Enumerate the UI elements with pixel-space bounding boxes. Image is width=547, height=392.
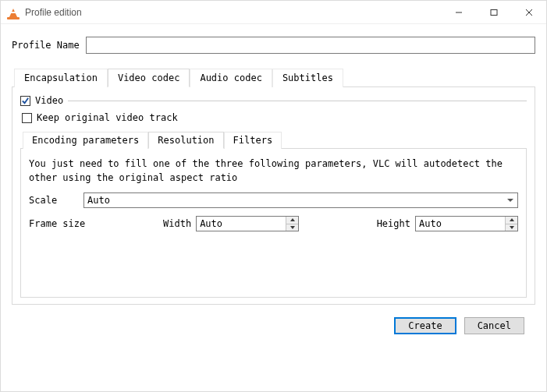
footer: Create Cancel <box>12 305 535 334</box>
frame-size-label: Frame size <box>29 218 163 229</box>
width-group: Width <box>163 216 299 231</box>
scale-row: Scale Auto <box>29 192 518 208</box>
video-checkbox-label: Video <box>35 95 63 106</box>
width-step-down[interactable] <box>286 224 298 231</box>
inner-tabs: Encoding parameters Resolution Filters Y… <box>20 131 527 298</box>
window-title: Profile edition <box>25 7 441 18</box>
height-step-down[interactable] <box>506 224 517 231</box>
svg-rect-1 <box>491 9 497 15</box>
resolution-panel: You just need to fill one of the three f… <box>20 148 527 298</box>
video-checkbox[interactable] <box>20 96 30 106</box>
height-group: Height <box>377 216 518 231</box>
chevron-down-icon <box>510 226 514 229</box>
frame-size-row: Frame size Width <box>29 216 518 231</box>
cancel-button[interactable]: Cancel <box>464 317 524 334</box>
minimize-button[interactable] <box>441 1 476 23</box>
window-controls <box>441 1 546 23</box>
keep-original-label: Keep original video track <box>37 112 178 123</box>
scale-label: Scale <box>29 195 83 206</box>
inner-tab-resolution[interactable]: Resolution <box>148 132 223 149</box>
chevron-up-icon <box>290 218 295 221</box>
video-fieldset: Video <box>20 95 527 106</box>
height-step-up[interactable] <box>506 217 517 224</box>
scale-value: Auto <box>87 195 110 206</box>
maximize-button[interactable] <box>476 1 511 23</box>
height-input[interactable] <box>416 217 505 231</box>
profile-name-input[interactable] <box>86 37 535 54</box>
create-button[interactable]: Create <box>394 317 456 334</box>
profile-name-row: Profile Name <box>12 37 535 54</box>
title-bar: Profile edition <box>1 1 546 24</box>
help-text: You just need to fill one of the three f… <box>29 157 518 185</box>
vlc-cone-icon <box>7 6 20 19</box>
height-spinbox[interactable] <box>415 216 518 231</box>
width-label: Width <box>163 218 191 229</box>
window-frame: Profile edition Profile Name Encapsulati… <box>0 0 547 392</box>
main-tabs: Encapsulation Video codec Audio codec Su… <box>12 68 535 305</box>
chevron-down-icon <box>507 199 513 202</box>
main-tab-bar: Encapsulation Video codec Audio codec Su… <box>12 69 535 87</box>
width-input[interactable] <box>197 217 286 231</box>
tab-audio-codec[interactable]: Audio codec <box>190 69 272 87</box>
tab-encapsulation[interactable]: Encapsulation <box>14 69 108 87</box>
height-label: Height <box>377 218 410 229</box>
chevron-down-icon <box>290 226 295 229</box>
tab-subtitles[interactable]: Subtitles <box>272 69 343 87</box>
scale-select[interactable]: Auto <box>83 192 518 208</box>
profile-name-label: Profile Name <box>12 40 80 51</box>
close-button[interactable] <box>511 1 546 23</box>
divider <box>68 101 527 101</box>
chevron-up-icon <box>510 218 514 221</box>
inner-tab-bar: Encoding parameters Resolution Filters <box>20 132 527 149</box>
width-step-up[interactable] <box>286 217 298 224</box>
video-codec-panel: Video Keep original video track Encoding… <box>12 87 535 305</box>
tab-video-codec[interactable]: Video codec <box>108 69 190 87</box>
keep-original-row: Keep original video track <box>22 112 527 123</box>
width-spinbox[interactable] <box>196 216 299 231</box>
keep-original-checkbox[interactable] <box>22 113 32 123</box>
content-area: Profile Name Encapsulation Video codec A… <box>1 24 546 391</box>
inner-tab-encoding[interactable]: Encoding parameters <box>23 132 148 149</box>
inner-tab-filters[interactable]: Filters <box>224 132 282 149</box>
